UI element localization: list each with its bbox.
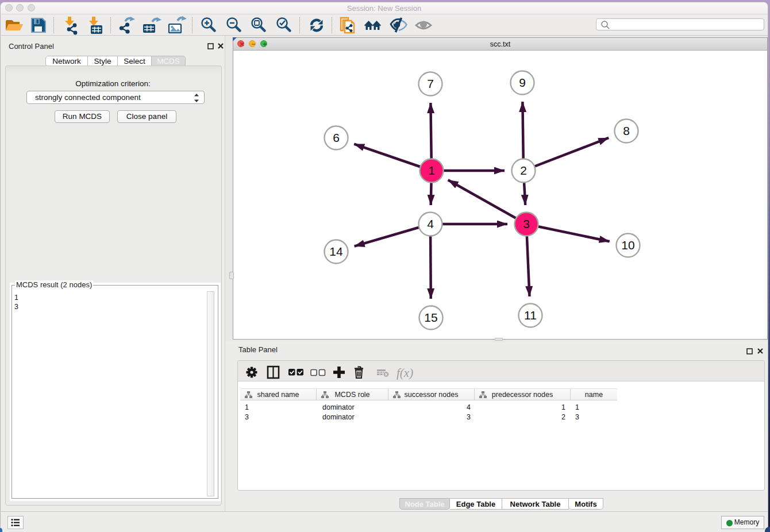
svg-text:1: 1 <box>428 164 435 177</box>
svg-text:3: 3 <box>523 217 530 230</box>
svg-text:6: 6 <box>333 131 340 144</box>
svg-text:11: 11 <box>524 309 537 322</box>
svg-text:15: 15 <box>424 311 437 324</box>
svg-text:7: 7 <box>427 77 434 90</box>
svg-text:2: 2 <box>520 164 527 177</box>
svg-text:14: 14 <box>329 245 343 258</box>
svg-text:8: 8 <box>623 124 630 137</box>
svg-text:4: 4 <box>427 217 434 230</box>
svg-text:f(x): f(x) <box>396 366 413 380</box>
svg-text:10: 10 <box>621 238 634 252</box>
svg-text:9: 9 <box>519 76 526 89</box>
